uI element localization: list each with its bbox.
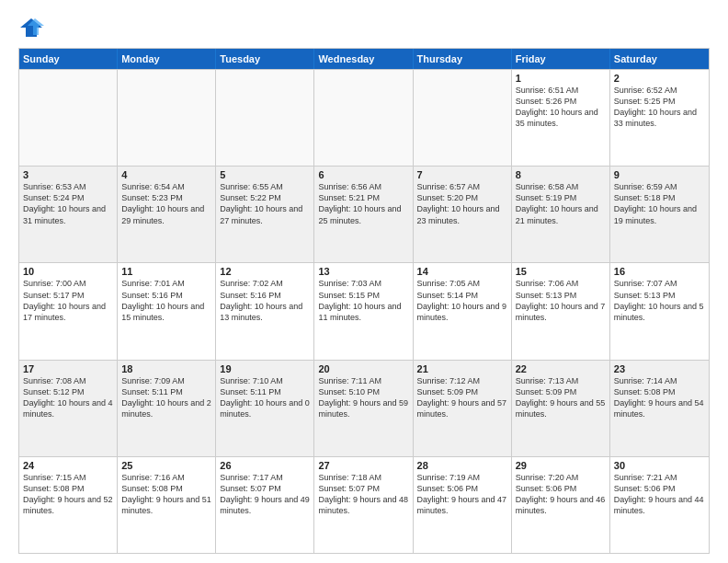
day-cell-16: 16Sunrise: 7:07 AM Sunset: 5:13 PM Dayli…	[610, 263, 709, 359]
day-number: 14	[417, 266, 507, 277]
day-info: Sunrise: 7:12 AM Sunset: 5:09 PM Dayligh…	[417, 375, 507, 420]
day-number: 7	[417, 169, 507, 180]
logo-icon	[18, 15, 44, 40]
col-header-friday: Friday	[512, 49, 610, 69]
day-info: Sunrise: 7:06 AM Sunset: 5:13 PM Dayligh…	[516, 278, 606, 323]
day-info: Sunrise: 6:58 AM Sunset: 5:19 PM Dayligh…	[516, 181, 606, 226]
col-header-saturday: Saturday	[610, 49, 709, 69]
day-cell-12: 12Sunrise: 7:02 AM Sunset: 5:16 PM Dayli…	[216, 263, 314, 359]
day-cell-3: 3Sunrise: 6:53 AM Sunset: 5:24 PM Daylig…	[19, 167, 118, 262]
day-info: Sunrise: 6:57 AM Sunset: 5:20 PM Dayligh…	[417, 181, 507, 226]
day-info: Sunrise: 7:07 AM Sunset: 5:13 PM Dayligh…	[614, 278, 705, 323]
day-cell-19: 19Sunrise: 7:10 AM Sunset: 5:11 PM Dayli…	[216, 361, 314, 456]
day-info: Sunrise: 6:53 AM Sunset: 5:24 PM Dayligh…	[23, 181, 113, 226]
day-cell-7: 7Sunrise: 6:57 AM Sunset: 5:20 PM Daylig…	[414, 167, 512, 262]
day-number: 23	[614, 363, 705, 374]
day-cell-22: 22Sunrise: 7:13 AM Sunset: 5:09 PM Dayli…	[512, 361, 610, 456]
week-row-4: 24Sunrise: 7:15 AM Sunset: 5:08 PM Dayli…	[19, 456, 709, 553]
day-number: 12	[220, 266, 310, 277]
day-number: 28	[417, 460, 507, 471]
day-cell-10: 10Sunrise: 7:00 AM Sunset: 5:17 PM Dayli…	[19, 263, 118, 359]
day-cell-25: 25Sunrise: 7:16 AM Sunset: 5:08 PM Dayli…	[118, 457, 216, 553]
day-cell-15: 15Sunrise: 7:06 AM Sunset: 5:13 PM Dayli…	[512, 263, 610, 359]
day-cell-24: 24Sunrise: 7:15 AM Sunset: 5:08 PM Dayli…	[19, 457, 118, 553]
week-row-0: 1Sunrise: 6:51 AM Sunset: 5:26 PM Daylig…	[19, 69, 709, 166]
day-info: Sunrise: 6:51 AM Sunset: 5:26 PM Dayligh…	[516, 85, 606, 130]
day-number: 4	[121, 169, 211, 180]
week-row-1: 3Sunrise: 6:53 AM Sunset: 5:24 PM Daylig…	[19, 166, 709, 262]
day-info: Sunrise: 7:01 AM Sunset: 5:16 PM Dayligh…	[121, 278, 211, 323]
day-cell-8: 8Sunrise: 6:58 AM Sunset: 5:19 PM Daylig…	[512, 167, 610, 262]
day-number: 19	[220, 363, 310, 374]
day-cell-27: 27Sunrise: 7:18 AM Sunset: 5:07 PM Dayli…	[314, 457, 413, 553]
col-header-monday: Monday	[118, 49, 216, 69]
day-cell-14: 14Sunrise: 7:05 AM Sunset: 5:14 PM Dayli…	[414, 263, 512, 359]
day-info: Sunrise: 7:14 AM Sunset: 5:08 PM Dayligh…	[614, 375, 705, 420]
day-number: 30	[614, 460, 705, 471]
day-info: Sunrise: 7:03 AM Sunset: 5:15 PM Dayligh…	[318, 278, 408, 323]
day-number: 2	[614, 73, 705, 84]
empty-cell	[19, 70, 118, 166]
col-header-tuesday: Tuesday	[216, 49, 314, 69]
day-info: Sunrise: 7:08 AM Sunset: 5:12 PM Dayligh…	[23, 375, 113, 420]
day-cell-11: 11Sunrise: 7:01 AM Sunset: 5:16 PM Dayli…	[118, 263, 216, 359]
day-number: 1	[516, 73, 606, 84]
day-number: 26	[220, 460, 310, 471]
day-number: 6	[318, 169, 408, 180]
header	[18, 15, 710, 40]
day-cell-2: 2Sunrise: 6:52 AM Sunset: 5:25 PM Daylig…	[610, 70, 709, 166]
day-cell-20: 20Sunrise: 7:11 AM Sunset: 5:10 PM Dayli…	[314, 361, 413, 456]
day-number: 18	[121, 363, 211, 374]
day-number: 5	[220, 169, 310, 180]
day-number: 17	[23, 363, 113, 374]
day-info: Sunrise: 7:13 AM Sunset: 5:09 PM Dayligh…	[516, 375, 606, 420]
day-cell-21: 21Sunrise: 7:12 AM Sunset: 5:09 PM Dayli…	[414, 361, 512, 456]
day-info: Sunrise: 7:21 AM Sunset: 5:06 PM Dayligh…	[614, 472, 705, 517]
day-info: Sunrise: 7:19 AM Sunset: 5:06 PM Dayligh…	[417, 472, 507, 517]
day-info: Sunrise: 6:54 AM Sunset: 5:23 PM Dayligh…	[121, 181, 211, 226]
day-cell-18: 18Sunrise: 7:09 AM Sunset: 5:11 PM Dayli…	[118, 361, 216, 456]
day-info: Sunrise: 7:02 AM Sunset: 5:16 PM Dayligh…	[220, 278, 310, 323]
day-number: 11	[121, 266, 211, 277]
day-number: 10	[23, 266, 113, 277]
day-info: Sunrise: 7:20 AM Sunset: 5:06 PM Dayligh…	[516, 472, 606, 517]
empty-cell	[118, 70, 216, 166]
day-info: Sunrise: 7:15 AM Sunset: 5:08 PM Dayligh…	[23, 472, 113, 517]
day-cell-6: 6Sunrise: 6:56 AM Sunset: 5:21 PM Daylig…	[314, 167, 413, 262]
day-number: 22	[516, 363, 606, 374]
empty-cell	[314, 70, 413, 166]
day-number: 24	[23, 460, 113, 471]
calendar-body: 1Sunrise: 6:51 AM Sunset: 5:26 PM Daylig…	[19, 69, 709, 553]
day-cell-5: 5Sunrise: 6:55 AM Sunset: 5:22 PM Daylig…	[216, 167, 314, 262]
day-number: 25	[121, 460, 211, 471]
calendar-header-row: SundayMondayTuesdayWednesdayThursdayFrid…	[19, 49, 709, 69]
col-header-thursday: Thursday	[414, 49, 512, 69]
day-number: 21	[417, 363, 507, 374]
day-cell-4: 4Sunrise: 6:54 AM Sunset: 5:23 PM Daylig…	[118, 167, 216, 262]
empty-cell	[216, 70, 314, 166]
empty-cell	[414, 70, 512, 166]
day-cell-9: 9Sunrise: 6:59 AM Sunset: 5:18 PM Daylig…	[610, 167, 709, 262]
day-cell-23: 23Sunrise: 7:14 AM Sunset: 5:08 PM Dayli…	[610, 361, 709, 456]
day-cell-1: 1Sunrise: 6:51 AM Sunset: 5:26 PM Daylig…	[512, 70, 610, 166]
day-info: Sunrise: 7:11 AM Sunset: 5:10 PM Dayligh…	[318, 375, 408, 420]
day-info: Sunrise: 6:59 AM Sunset: 5:18 PM Dayligh…	[614, 181, 705, 226]
day-number: 8	[516, 169, 606, 180]
page: SundayMondayTuesdayWednesdayThursdayFrid…	[0, 0, 728, 563]
day-cell-17: 17Sunrise: 7:08 AM Sunset: 5:12 PM Dayli…	[19, 361, 118, 456]
day-number: 15	[516, 266, 606, 277]
logo	[18, 15, 48, 40]
day-number: 13	[318, 266, 408, 277]
day-cell-13: 13Sunrise: 7:03 AM Sunset: 5:15 PM Dayli…	[314, 263, 413, 359]
day-number: 20	[318, 363, 408, 374]
day-number: 16	[614, 266, 705, 277]
day-info: Sunrise: 7:16 AM Sunset: 5:08 PM Dayligh…	[121, 472, 211, 517]
day-info: Sunrise: 7:05 AM Sunset: 5:14 PM Dayligh…	[417, 278, 507, 323]
day-cell-28: 28Sunrise: 7:19 AM Sunset: 5:06 PM Dayli…	[414, 457, 512, 553]
svg-marker-0	[20, 18, 42, 37]
week-row-2: 10Sunrise: 7:00 AM Sunset: 5:17 PM Dayli…	[19, 262, 709, 359]
calendar: SundayMondayTuesdayWednesdayThursdayFrid…	[18, 48, 710, 554]
col-header-wednesday: Wednesday	[314, 49, 413, 69]
day-info: Sunrise: 6:52 AM Sunset: 5:25 PM Dayligh…	[614, 85, 705, 130]
day-info: Sunrise: 6:55 AM Sunset: 5:22 PM Dayligh…	[220, 181, 310, 226]
